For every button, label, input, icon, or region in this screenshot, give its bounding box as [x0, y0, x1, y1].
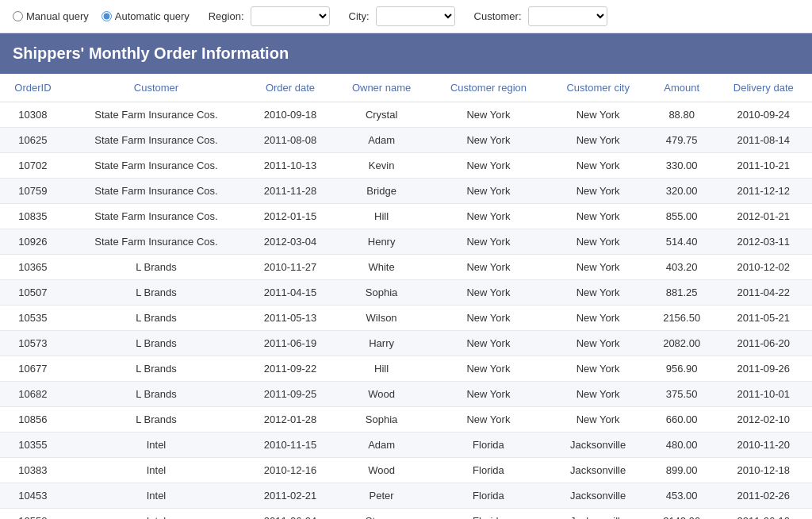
cell-r6-c4: New York: [429, 255, 547, 280]
cell-r2-c6: 330.00: [649, 153, 715, 179]
cell-r14-c0: 10383: [0, 458, 66, 483]
cell-r16-c2: 2011-06-04: [247, 509, 334, 520]
cell-r6-c2: 2010-11-27: [247, 255, 334, 280]
table-head: OrderIDCustomerOrder dateOwner nameCusto…: [0, 74, 812, 102]
cell-r15-c2: 2011-02-21: [247, 483, 334, 509]
automatic-query-label: Automatic query: [115, 10, 190, 22]
cell-r4-c2: 2012-01-15: [247, 204, 334, 229]
cell-r8-c0: 10535: [0, 306, 66, 331]
cell-r11-c1: L Brands: [66, 382, 247, 407]
cell-r0-c0: 10308: [0, 102, 66, 128]
cell-r7-c6: 881.25: [649, 280, 715, 306]
column-header-delivery-date: Delivery date: [715, 74, 812, 102]
table-row: 10702State Farm Insurance Cos.2011-10-13…: [0, 153, 812, 179]
cell-r12-c3: Sophia: [334, 407, 429, 432]
cell-r12-c5: New York: [548, 407, 649, 432]
cell-r13-c0: 10355: [0, 432, 66, 458]
customer-label: Customer:: [474, 10, 522, 22]
cell-r9-c4: New York: [429, 331, 547, 356]
cell-r0-c5: New York: [548, 102, 649, 128]
cell-r14-c5: Jacksonville: [548, 458, 649, 483]
cell-r5-c2: 2012-03-04: [247, 229, 334, 255]
cell-r15-c7: 2011-02-26: [715, 483, 812, 509]
table-body: 10308State Farm Insurance Cos.2010-09-18…: [0, 102, 812, 520]
city-filter: City:: [349, 6, 455, 26]
cell-r1-c5: New York: [548, 128, 649, 153]
cell-r4-c0: 10835: [0, 204, 66, 229]
manual-query-label: Manual query: [26, 10, 89, 22]
orders-table: OrderIDCustomerOrder dateOwner nameCusto…: [0, 74, 812, 519]
cell-r16-c5: Jacksonville: [548, 509, 649, 520]
cell-r12-c0: 10856: [0, 407, 66, 432]
cell-r13-c7: 2010-11-20: [715, 432, 812, 458]
cell-r0-c7: 2010-09-24: [715, 102, 812, 128]
cell-r11-c2: 2011-09-25: [247, 382, 334, 407]
cell-r11-c6: 375.50: [649, 382, 715, 407]
automatic-query-radio[interactable]: [102, 11, 112, 21]
cell-r6-c0: 10365: [0, 255, 66, 280]
cell-r9-c3: Harry: [334, 331, 429, 356]
cell-r0-c2: 2010-09-18: [247, 102, 334, 128]
cell-r10-c6: 956.90: [649, 356, 715, 382]
table-row: 10856L Brands2012-01-28SophiaNew YorkNew…: [0, 407, 812, 432]
cell-r2-c0: 10702: [0, 153, 66, 179]
cell-r14-c6: 899.00: [649, 458, 715, 483]
cell-r10-c2: 2011-09-22: [247, 356, 334, 382]
cell-r13-c3: Adam: [334, 432, 429, 458]
cell-r6-c3: White: [334, 255, 429, 280]
table-row: 10677L Brands2011-09-22HillNew YorkNew Y…: [0, 356, 812, 382]
automatic-query-option[interactable]: Automatic query: [102, 10, 190, 22]
cell-r8-c3: Wilson: [334, 306, 429, 331]
cell-r6-c6: 403.20: [649, 255, 715, 280]
cell-r14-c7: 2010-12-18: [715, 458, 812, 483]
table-row: 10926State Farm Insurance Cos.2012-03-04…: [0, 229, 812, 255]
cell-r8-c6: 2156.50: [649, 306, 715, 331]
cell-r3-c2: 2011-11-28: [247, 179, 334, 204]
table-row: 10507L Brands2011-04-15SophiaNew YorkNew…: [0, 280, 812, 306]
cell-r12-c1: L Brands: [66, 407, 247, 432]
cell-r14-c2: 2010-12-16: [247, 458, 334, 483]
table-row: 10682L Brands2011-09-25WoodNew YorkNew Y…: [0, 382, 812, 407]
cell-r5-c3: Henry: [334, 229, 429, 255]
cell-r16-c1: Intel: [66, 509, 247, 520]
column-header-customer: Customer: [66, 74, 247, 102]
table-row: 10573L Brands2011-06-19HarryNew YorkNew …: [0, 331, 812, 356]
cell-r13-c1: Intel: [66, 432, 247, 458]
cell-r8-c4: New York: [429, 306, 547, 331]
top-bar: Manual query Automatic query Region: Cit…: [0, 0, 812, 33]
cell-r5-c7: 2012-03-11: [715, 229, 812, 255]
cell-r2-c2: 2011-10-13: [247, 153, 334, 179]
region-select[interactable]: [251, 6, 330, 26]
cell-r5-c5: New York: [548, 229, 649, 255]
city-select[interactable]: [376, 6, 455, 26]
table-row: 10625State Farm Insurance Cos.2011-08-08…: [0, 128, 812, 153]
cell-r15-c6: 453.00: [649, 483, 715, 509]
column-header-order-date: Order date: [247, 74, 334, 102]
cell-r9-c6: 2082.00: [649, 331, 715, 356]
table-title: Shippers' Monthly Order Information: [0, 33, 812, 74]
manual-query-option[interactable]: Manual query: [13, 10, 89, 22]
customer-select[interactable]: [528, 6, 607, 26]
cell-r7-c2: 2011-04-15: [247, 280, 334, 306]
table-row: 10308State Farm Insurance Cos.2010-09-18…: [0, 102, 812, 128]
column-header-row: OrderIDCustomerOrder dateOwner nameCusto…: [0, 74, 812, 102]
cell-r15-c3: Peter: [334, 483, 429, 509]
cell-r9-c7: 2011-06-20: [715, 331, 812, 356]
cell-r10-c4: New York: [429, 356, 547, 382]
cell-r7-c3: Sophia: [334, 280, 429, 306]
cell-r3-c6: 320.00: [649, 179, 715, 204]
table-row: 10355Intel2010-11-15AdamFloridaJacksonvi…: [0, 432, 812, 458]
manual-query-radio[interactable]: [13, 11, 23, 21]
cell-r16-c3: Steven: [334, 509, 429, 520]
cell-r4-c3: Hill: [334, 204, 429, 229]
column-header-customer-city: Customer city: [548, 74, 649, 102]
cell-r8-c2: 2011-05-13: [247, 306, 334, 331]
cell-r5-c0: 10926: [0, 229, 66, 255]
cell-r4-c5: New York: [548, 204, 649, 229]
cell-r6-c1: L Brands: [66, 255, 247, 280]
cell-r11-c7: 2011-10-01: [715, 382, 812, 407]
cell-r3-c4: New York: [429, 179, 547, 204]
cell-r4-c7: 2012-01-21: [715, 204, 812, 229]
cell-r0-c4: New York: [429, 102, 547, 128]
cell-r10-c7: 2011-09-26: [715, 356, 812, 382]
